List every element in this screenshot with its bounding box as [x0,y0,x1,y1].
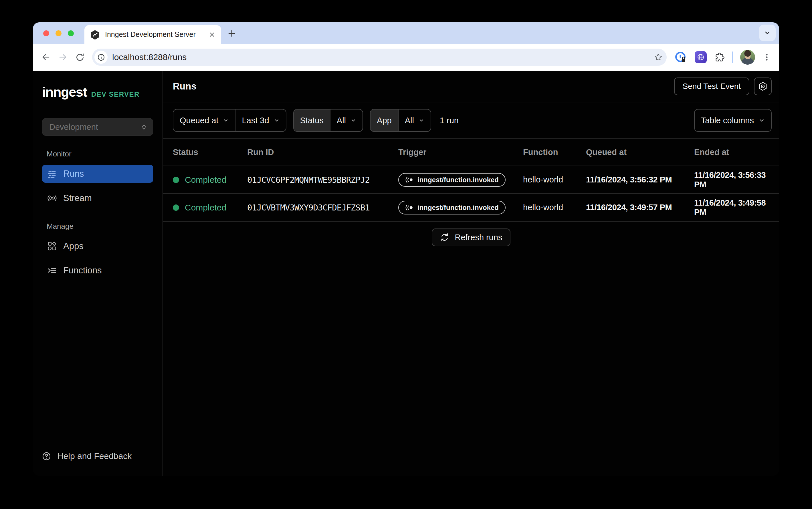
trigger-name: inngest/function.invoked [417,204,499,212]
run-row[interactable]: Completed 01JCVC6PF2MQNMTWE95BBRZPJ2 inn [163,166,779,194]
browser-menu-button[interactable] [762,53,771,62]
status-dot-icon [173,177,179,183]
logo-wordmark: inngest [42,84,87,100]
sidebar-item-apps[interactable]: Apps [42,237,153,255]
chevron-down-icon [274,117,280,123]
ended-at-value: 11/16/2024, 3:56:33 PM [694,170,779,189]
status-filter-dropdown[interactable]: All [330,109,362,131]
status-filter: Status All [293,109,363,132]
runs-icon [47,169,57,179]
column-header-run-id: Run ID [247,147,398,157]
column-header-status: Status [173,147,247,157]
functions-icon [47,266,57,275]
app-filter-dropdown[interactable]: All [398,109,431,131]
column-header-queued-at: Queued at [586,147,694,157]
send-test-event-label: Send Test Event [683,82,741,91]
sidebar-item-runs[interactable]: Runs [42,165,153,183]
trigger-name: inngest/function.invoked [417,176,499,184]
run-row[interactable]: Completed 01JCVBTMV3WXY9D3CFDEJFZSB1 inn [163,194,779,222]
time-filter: Queued at Last 3d [173,109,286,132]
new-tab-button[interactable] [227,29,237,38]
run-status: Completed [185,175,226,185]
page-title: Runs [173,81,197,92]
profile-avatar[interactable] [740,50,755,65]
window-zoom-button[interactable] [68,30,74,36]
runs-table: Status Run ID Trigger Function Queued at… [163,138,779,222]
sidebar-item-stream[interactable]: Stream [42,189,153,207]
site-info-button[interactable] [94,50,107,64]
environment-select[interactable]: Development [42,118,153,136]
time-range-value: Last 3d [242,116,269,125]
forward-button[interactable] [58,52,68,62]
refresh-runs-label: Refresh runs [455,233,502,242]
sidebar-section-monitor: Monitor [46,149,163,159]
time-range-dropdown[interactable]: Last 3d [235,109,286,131]
browser-window: Inngest Development Server [33,22,779,476]
environment-value: Development [49,123,98,132]
event-signal-icon [405,176,414,183]
sort-field-dropdown[interactable]: Queued at [173,109,235,131]
window-close-button[interactable] [43,30,49,36]
chevron-down-icon [758,117,765,124]
help-label: Help and Feedback [57,451,132,461]
app-filter-label: App [370,109,398,131]
refresh-icon [440,233,450,242]
tab-title: Inngest Development Server [105,30,208,39]
sidebar-item-label: Stream [63,193,92,203]
column-header-ended-at: Ended at [694,147,779,157]
sidebar-section-manage: Manage [46,222,163,231]
extensions-puzzle-icon[interactable] [714,52,725,63]
send-test-event-button[interactable]: Send Test Event [674,77,749,95]
status-filter-value: All [337,116,346,125]
tab-search-button[interactable] [759,25,776,41]
run-id: 01JCVBTMV3WXY9D3CFDEJFZSB1 [247,203,398,212]
app-filter: App All [370,109,431,132]
browser-toolbar: localhost:8288/runs [33,44,779,71]
window-minimize-button[interactable] [56,30,62,36]
refresh-runs-button[interactable]: Refresh runs [432,229,510,246]
inngest-app: inngest DEV SERVER Development Monitor R… [33,71,779,476]
tab-close-icon[interactable] [208,31,216,38]
main-content: Runs Send Test Event [163,71,779,476]
info-icon [97,54,105,61]
dev-server-badge: DEV SERVER [91,90,140,98]
sidebar-item-label: Functions [63,265,102,276]
password-extension-icon[interactable] [674,50,687,64]
run-count: 1 run [440,116,459,125]
app-filter-value: All [405,116,414,125]
url-text[interactable]: localhost:8288/runs [112,52,654,62]
help-and-feedback[interactable]: Help and Feedback [42,451,163,461]
bookmark-star-icon[interactable] [654,53,663,62]
column-header-function: Function [523,147,586,157]
dev-server-settings-button[interactable] [754,77,772,95]
web-extension-icon[interactable] [695,51,707,63]
browser-tab[interactable]: Inngest Development Server [85,25,221,44]
status-dot-icon [173,204,179,211]
queued-at-value: 11/16/2024, 3:56:32 PM [586,175,694,184]
settings-hexagon-icon [758,81,768,92]
chevron-down-icon [223,117,229,123]
inngest-favicon-icon [90,30,100,39]
trigger-badge[interactable]: inngest/function.invoked [398,201,506,214]
sort-field-value: Queued at [180,116,218,125]
sidebar-item-functions[interactable]: Functions [42,261,153,279]
page-header: Runs Send Test Event [163,71,779,102]
run-status: Completed [185,203,226,212]
stream-icon [47,193,57,203]
sidebar-item-label: Runs [63,169,84,179]
column-header-trigger: Trigger [398,147,523,157]
queued-at-value: 11/16/2024, 3:49:57 PM [586,203,694,212]
event-signal-icon [405,204,414,211]
filter-bar: Queued at Last 3d Status All [163,102,779,138]
address-bar[interactable]: localhost:8288/runs [92,48,667,66]
trigger-badge[interactable]: inngest/function.invoked [398,173,506,187]
chevron-down-icon [351,117,356,123]
help-icon [42,452,51,461]
table-header-row: Status Run ID Trigger Function Queued at… [163,138,779,166]
reload-button[interactable] [75,53,85,62]
back-button[interactable] [41,52,51,62]
function-name: hello-world [523,203,586,212]
table-columns-dropdown[interactable]: Table columns [694,109,772,132]
select-updown-icon [140,124,148,131]
table-columns-label: Table columns [701,116,754,125]
